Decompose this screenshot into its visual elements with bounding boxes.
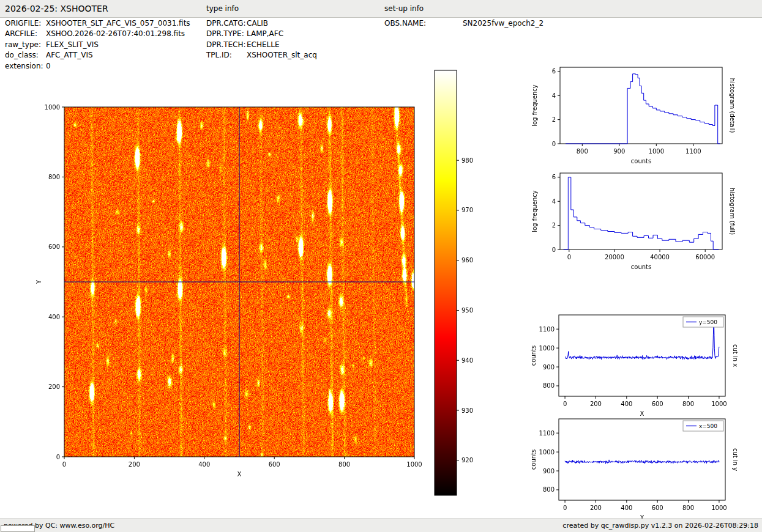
qc-rawdisp-window: 2026-02-25: XSHOOTER type info set-up in… (0, 0, 762, 532)
svg-text:cut in y: cut in y (732, 448, 739, 471)
svg-text:800: 800 (682, 504, 694, 511)
svg-text:2: 2 (552, 116, 556, 123)
svg-text:0: 0 (552, 246, 556, 253)
svg-text:60000: 60000 (695, 254, 715, 260)
svg-text:log frequency: log frequency (531, 190, 538, 232)
svg-text:1000: 1000 (539, 345, 555, 352)
svg-text:800: 800 (543, 382, 555, 389)
svg-text:0: 0 (567, 254, 571, 260)
svg-text:0: 0 (563, 504, 567, 511)
svg-text:1000: 1000 (406, 461, 422, 468)
svg-text:800: 800 (48, 174, 60, 180)
svg-text:counts: counts (530, 449, 537, 470)
svg-text:2: 2 (552, 222, 556, 229)
svg-text:970: 970 (461, 207, 473, 213)
svg-text:counts: counts (631, 158, 651, 164)
svg-text:4: 4 (552, 198, 556, 205)
svg-text:1000: 1000 (649, 148, 664, 155)
svg-text:600: 600 (48, 243, 60, 250)
svg-text:y=500: y=500 (699, 319, 717, 325)
svg-text:Y: Y (35, 279, 42, 284)
detector-axes: 0200400600800100002004006008001000XY (35, 104, 422, 478)
svg-text:200: 200 (129, 461, 140, 468)
colorbar-axes: 920930940950960970980 (435, 70, 473, 495)
svg-text:920: 920 (461, 457, 473, 464)
svg-text:1000: 1000 (539, 449, 555, 456)
svg-text:940: 940 (461, 357, 473, 364)
footer-bar: powered by QC: www.eso.org/HC created by… (0, 519, 762, 532)
hist-full-plot: 02000040000600000246countslog frequencyh… (531, 173, 736, 270)
svg-text:histogram (full): histogram (full) (729, 188, 736, 235)
svg-text:600: 600 (652, 401, 663, 407)
footer-white-box (1, 525, 35, 532)
svg-text:600: 600 (269, 461, 280, 468)
svg-text:600: 600 (652, 504, 663, 511)
svg-text:6: 6 (552, 68, 556, 75)
svg-text:0: 0 (563, 401, 567, 407)
svg-text:1000: 1000 (711, 504, 727, 511)
svg-text:980: 980 (461, 157, 473, 164)
svg-text:900: 900 (613, 148, 625, 155)
svg-text:1100: 1100 (685, 148, 701, 155)
svg-text:X: X (640, 410, 644, 417)
svg-text:800: 800 (577, 148, 588, 155)
svg-text:40000: 40000 (650, 254, 670, 260)
svg-text:950: 950 (461, 307, 473, 314)
svg-text:400: 400 (48, 314, 60, 320)
svg-text:900: 900 (543, 364, 555, 371)
svg-text:cut in x: cut in x (732, 344, 739, 367)
svg-text:x=500: x=500 (699, 423, 717, 429)
hist_full-line (564, 177, 719, 249)
svg-text:800: 800 (338, 461, 350, 468)
plots-overlay: 0200400600800100002004006008001000XY9209… (0, 0, 762, 532)
svg-text:800: 800 (543, 486, 555, 493)
svg-text:900: 900 (543, 468, 555, 475)
cut_y-line (565, 460, 719, 464)
svg-text:log frequency: log frequency (531, 84, 538, 127)
svg-text:20000: 20000 (605, 254, 624, 260)
svg-text:4: 4 (552, 92, 556, 99)
footer-created-by: created by qc_rawdisp.py v1.2.3 on 2026-… (562, 519, 758, 532)
svg-text:1000: 1000 (45, 104, 60, 111)
svg-text:0: 0 (552, 141, 556, 147)
hist_detail-line (566, 74, 720, 144)
svg-text:200: 200 (590, 401, 602, 407)
svg-text:200: 200 (48, 383, 60, 390)
svg-text:200: 200 (590, 504, 602, 511)
svg-text:1100: 1100 (539, 326, 555, 333)
svg-text:counts: counts (530, 345, 537, 366)
svg-text:400: 400 (621, 504, 632, 511)
svg-text:X: X (237, 471, 242, 478)
svg-text:0: 0 (56, 454, 60, 460)
hist-detail-plot: 800900100011000246countslog frequencyhis… (531, 67, 736, 164)
svg-text:histogram (detail): histogram (detail) (729, 78, 736, 133)
svg-text:1100: 1100 (539, 430, 555, 437)
svg-text:400: 400 (198, 461, 210, 468)
svg-text:930: 930 (461, 407, 473, 414)
svg-text:counts: counts (631, 264, 651, 270)
cut-x-plot: 0200400600800100080090010001100Xcountscu… (530, 315, 739, 417)
svg-text:400: 400 (621, 401, 632, 407)
svg-text:1000: 1000 (711, 401, 727, 407)
svg-text:960: 960 (461, 257, 473, 264)
svg-text:6: 6 (552, 174, 556, 180)
cut-y-plot: 0200400600800100080090010001100Ycountscu… (530, 419, 739, 521)
svg-text:0: 0 (62, 461, 66, 468)
svg-text:800: 800 (682, 401, 694, 407)
